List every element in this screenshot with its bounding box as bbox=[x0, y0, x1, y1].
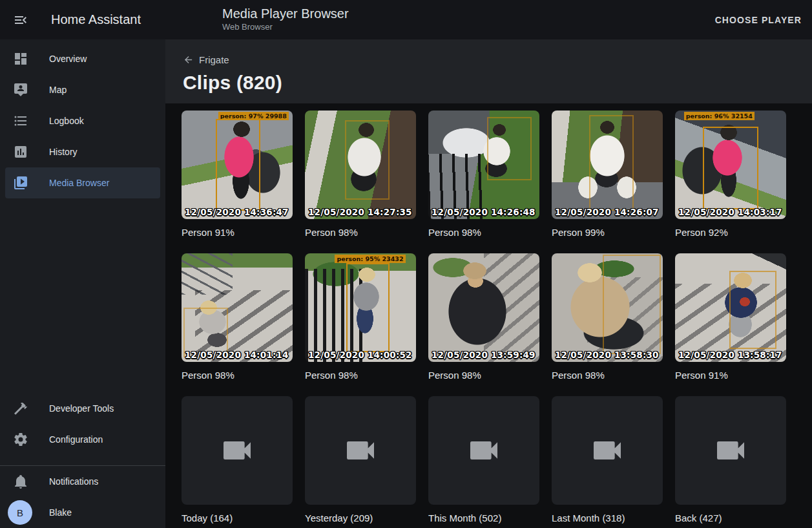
clip-item[interactable]: 12/05/2020 14:01:14 Person 98% bbox=[182, 253, 293, 381]
video-camera-icon bbox=[466, 432, 502, 469]
detection-box bbox=[346, 263, 390, 352]
detection-box bbox=[487, 117, 532, 180]
page-heading: Clips (820) bbox=[183, 72, 812, 94]
panel-subtitle: Web Browser bbox=[222, 21, 349, 33]
clip-thumbnail[interactable]: 12/05/2020 13:58:30 bbox=[552, 253, 663, 362]
detection-box bbox=[216, 119, 260, 210]
view-dashboard-icon bbox=[13, 51, 28, 67]
folder-caption: Back (427) bbox=[675, 512, 786, 524]
folder-thumbnail[interactable] bbox=[428, 396, 539, 505]
folder-caption: This Month (502) bbox=[428, 512, 539, 524]
folder-thumbnail[interactable] bbox=[552, 396, 663, 505]
video-camera-icon bbox=[713, 432, 749, 469]
clip-caption: Person 91% bbox=[182, 227, 293, 238]
sidebar-user[interactable]: B Blake bbox=[0, 497, 165, 528]
choose-player-button[interactable]: CHOOSE PLAYER bbox=[715, 15, 802, 25]
sidebar-item-label: Map bbox=[49, 85, 67, 95]
clip-thumbnail[interactable]: person: 97% 29988 12/05/2020 14:36:47 bbox=[182, 111, 293, 219]
clip-timestamp: 12/05/2020 13:58:17 bbox=[678, 350, 782, 360]
clip-item[interactable]: 12/05/2020 13:58:17 Person 91% bbox=[675, 253, 786, 381]
clip-caption: Person 98% bbox=[552, 370, 663, 381]
detection-label: person: 96% 32154 bbox=[684, 112, 755, 120]
sidebar-nav: Overview Map Logbook History bbox=[0, 39, 165, 198]
folder-item[interactable]: Last Month (318) bbox=[552, 396, 663, 524]
clip-item[interactable]: 12/05/2020 13:59:49 Person 98% bbox=[428, 253, 539, 381]
clip-caption: Person 92% bbox=[675, 227, 786, 238]
gear-icon bbox=[13, 432, 28, 447]
clip-thumbnail[interactable]: 12/05/2020 14:26:07 bbox=[552, 111, 663, 219]
sidebar-item-logbook[interactable]: Logbook bbox=[0, 105, 165, 136]
clip-item[interactable]: 12/05/2020 13:58:30 Person 98% bbox=[552, 253, 663, 381]
clip-thumbnail[interactable]: person: 95% 23432 12/05/2020 14:00:52 bbox=[305, 253, 416, 362]
sidebar-item-overview[interactable]: Overview bbox=[0, 43, 165, 74]
user-name: Blake bbox=[49, 507, 72, 518]
clip-item[interactable]: 12/05/2020 14:27:35 Person 98% bbox=[305, 111, 416, 238]
folder-thumbnail[interactable] bbox=[305, 396, 416, 505]
detection-box bbox=[729, 271, 776, 349]
tooltip-account-icon bbox=[13, 82, 28, 98]
app-title: Home Assistant bbox=[51, 12, 141, 27]
sidebar-item-label: Media Browser bbox=[49, 178, 109, 188]
arrow-left-icon bbox=[183, 54, 194, 65]
clip-timestamp: 12/05/2020 14:26:07 bbox=[555, 207, 659, 217]
clip-timestamp: 12/05/2020 14:01:14 bbox=[185, 350, 289, 360]
clips-grid: person: 97% 29988 12/05/2020 14:36:47 Pe… bbox=[165, 103, 812, 524]
content-header: Frigate Clips (820) bbox=[165, 39, 812, 103]
clip-item[interactable]: person: 95% 23432 12/05/2020 14:00:52 Pe… bbox=[305, 253, 416, 381]
sidebar-spacer bbox=[0, 198, 165, 393]
folder-caption: Last Month (318) bbox=[552, 512, 663, 524]
clip-caption: Person 99% bbox=[552, 227, 663, 238]
clip-thumbnail[interactable]: person: 96% 32154 12/05/2020 14:03:17 bbox=[675, 111, 786, 219]
folder-item[interactable]: This Month (502) bbox=[428, 396, 539, 524]
home-assistant-app: Home Assistant Media Player Browser Web … bbox=[0, 0, 812, 528]
clip-timestamp: 12/05/2020 14:00:52 bbox=[308, 350, 412, 360]
detection-box bbox=[345, 120, 390, 200]
sidebar-item-label: Overview bbox=[49, 54, 87, 64]
video-camera-icon bbox=[219, 432, 255, 469]
sidebar-item-history[interactable]: History bbox=[0, 136, 165, 167]
play-box-multiple-icon bbox=[13, 175, 28, 191]
clip-thumbnail[interactable]: 12/05/2020 13:59:49 bbox=[428, 253, 539, 362]
folder-item[interactable]: Back (427) bbox=[675, 396, 786, 524]
sidebar-item-developer-tools[interactable]: Developer Tools bbox=[0, 393, 165, 424]
folder-thumbnail[interactable] bbox=[675, 396, 786, 505]
sidebar-item-label: Logbook bbox=[49, 116, 84, 126]
clip-caption: Person 91% bbox=[675, 370, 786, 381]
sidebar-item-label: History bbox=[49, 147, 78, 157]
clip-caption: Person 98% bbox=[305, 227, 416, 238]
top-app-bar: Home Assistant Media Player Browser Web … bbox=[0, 0, 812, 39]
sidebar: Overview Map Logbook History bbox=[0, 39, 165, 528]
sidebar-item-media-browser[interactable]: Media Browser bbox=[5, 167, 160, 198]
detection-label: person: 95% 23432 bbox=[335, 255, 405, 263]
folder-caption: Yesterday (209) bbox=[305, 512, 416, 524]
sidebar-item-label: Developer Tools bbox=[49, 403, 114, 414]
sidebar-item-notifications[interactable]: Notifications bbox=[0, 466, 165, 497]
clip-item[interactable]: 12/05/2020 14:26:48 Person 98% bbox=[428, 111, 539, 238]
sidebar-item-label: Notifications bbox=[49, 476, 98, 487]
menu-open-icon bbox=[13, 12, 28, 28]
folder-item[interactable]: Today (164) bbox=[182, 396, 293, 524]
avatar: B bbox=[8, 500, 32, 525]
detection-box bbox=[703, 127, 758, 209]
video-camera-icon bbox=[342, 432, 379, 469]
clip-thumbnail[interactable]: 12/05/2020 14:01:14 bbox=[182, 253, 293, 362]
menu-open-button[interactable] bbox=[13, 12, 28, 28]
sidebar-item-label: Configuration bbox=[49, 434, 103, 445]
clip-thumbnail[interactable]: 12/05/2020 14:27:35 bbox=[305, 111, 416, 219]
clip-item[interactable]: person: 97% 29988 12/05/2020 14:36:47 Pe… bbox=[182, 111, 293, 238]
clip-item[interactable]: 12/05/2020 14:26:07 Person 99% bbox=[552, 111, 663, 238]
hammer-icon bbox=[13, 401, 28, 416]
clip-thumbnail[interactable]: 12/05/2020 13:58:17 bbox=[675, 253, 786, 362]
clip-item[interactable]: person: 96% 32154 12/05/2020 14:03:17 Pe… bbox=[675, 111, 786, 238]
clip-caption: Person 98% bbox=[428, 370, 539, 381]
folder-item[interactable]: Yesterday (209) bbox=[305, 396, 416, 524]
sidebar-item-configuration[interactable]: Configuration bbox=[0, 424, 165, 455]
clip-thumbnail[interactable]: 12/05/2020 14:26:48 bbox=[428, 111, 539, 219]
format-list-bulleted-icon bbox=[13, 113, 28, 129]
folder-thumbnail[interactable] bbox=[182, 396, 293, 505]
sidebar-item-map[interactable]: Map bbox=[0, 74, 165, 105]
video-camera-icon bbox=[589, 432, 625, 469]
clip-caption: Person 98% bbox=[182, 370, 293, 381]
breadcrumb-back-frigate[interactable]: Frigate bbox=[183, 54, 229, 65]
panel-title-block: Media Player Browser Web Browser bbox=[222, 6, 349, 33]
